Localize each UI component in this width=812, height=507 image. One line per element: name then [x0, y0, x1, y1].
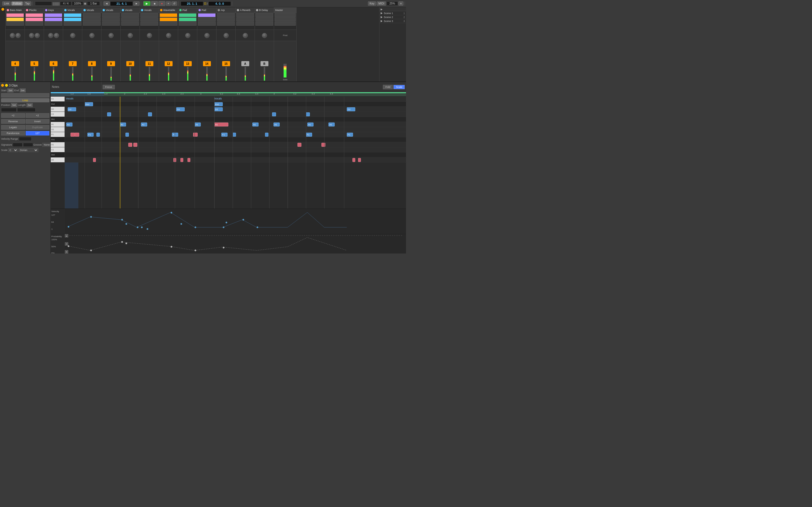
send-b-knob[interactable] — [54, 33, 59, 38]
grid-row-C2[interactable] — [65, 112, 406, 117]
key-A0[interactable]: A0 — [51, 158, 64, 163]
duplicate-button[interactable]: Duplicate — [26, 125, 50, 129]
note-F1-10[interactable] — [265, 133, 268, 136]
clip-slot[interactable] — [255, 22, 273, 25]
clip-slot[interactable] — [140, 17, 158, 21]
key-Eb2[interactable]: Eb2 — [51, 102, 64, 107]
clip-slot[interactable] — [26, 17, 43, 21]
note-Eb2-2[interactable]: Eb2 — [214, 102, 223, 106]
scale-button[interactable]: Scale — [393, 85, 405, 89]
key-F2[interactable]: F2 — [51, 97, 64, 102]
sig-numerator[interactable]: 4 — [13, 143, 22, 147]
clip-slot[interactable] — [198, 22, 216, 25]
start-set-button[interactable]: Set — [7, 89, 13, 93]
clip-name-field[interactable]: F1-A1 — [1, 93, 49, 98]
clip-slot[interactable] — [236, 22, 254, 25]
clip-slot[interactable] — [236, 13, 254, 17]
key-A1[interactable]: A1 — [51, 122, 64, 127]
key-C2[interactable]: C2 — [51, 112, 64, 117]
scene-item-1[interactable]: Scene 1 1 — [379, 11, 406, 15]
note-F1-1[interactable] — [70, 133, 75, 136]
grid-row-Eb1[interactable] — [65, 137, 406, 142]
stop-button[interactable]: ■ — [151, 1, 158, 6]
note-A1-9[interactable]: A1 — [328, 122, 335, 126]
note-A0-1[interactable] — [93, 158, 96, 162]
note-A1-3[interactable]: A1 — [141, 122, 147, 126]
clip-slot[interactable] — [274, 13, 296, 17]
grid-row-D2[interactable]: D2 D2 D2 D2 — [65, 107, 406, 112]
note-C2-4[interactable] — [306, 112, 310, 116]
clip-slot[interactable] — [140, 13, 158, 17]
clip-slot[interactable] — [121, 13, 139, 17]
reverse-button[interactable]: Reverse — [1, 119, 25, 124]
loop-button[interactable]: Loop — [1, 98, 49, 102]
send-a-knob[interactable] — [262, 33, 267, 38]
note-D1-1[interactable] — [128, 143, 132, 147]
key-Bb0[interactable]: Bb0 — [51, 152, 64, 158]
note-C2-2[interactable] — [148, 112, 152, 116]
sig-denominator[interactable]: 4 — [23, 143, 33, 147]
clip-slot[interactable] — [83, 22, 101, 25]
note-D2-2[interactable]: D2 — [176, 107, 185, 111]
clip-slot[interactable] — [255, 13, 273, 17]
send-a-knob[interactable] — [48, 33, 53, 38]
invert-button[interactable]: Invert — [26, 119, 50, 124]
velocity-grid[interactable] — [65, 209, 406, 234]
clip-slot[interactable] — [198, 13, 216, 17]
link-button[interactable]: Link — [2, 1, 11, 6]
len-set-button[interactable]: Set — [27, 103, 33, 107]
clip-slot[interactable] — [217, 17, 235, 21]
send-a-knob[interactable] — [223, 33, 229, 38]
clip-slot[interactable] — [102, 17, 120, 21]
grid-row-F1[interactable]: F1 F1 F1 F1 F1 — [65, 132, 406, 137]
note-A0-6[interactable] — [358, 158, 361, 162]
clip-slot[interactable] — [217, 13, 235, 17]
scale-root-select[interactable]: C — [8, 148, 18, 152]
note-A1-8[interactable]: A1 — [307, 122, 313, 126]
note-A0-3[interactable] — [181, 158, 183, 162]
send-a-knob[interactable] — [147, 33, 152, 38]
clip-slot[interactable] — [160, 17, 177, 21]
note-C2-1[interactable] — [107, 112, 111, 116]
key-F1[interactable]: F1 — [51, 132, 64, 137]
send-a-knob[interactable] — [128, 33, 133, 38]
clip-slot[interactable] — [6, 17, 24, 21]
grid-row-C1[interactable] — [65, 147, 406, 152]
grid-row-A1[interactable]: A1 A1 A1 A1 A1 A1 A1 A1 A1 — [65, 122, 406, 127]
clip-slot[interactable] — [160, 13, 177, 17]
transpose-plus2-button[interactable]: +2 — [1, 113, 25, 118]
vel-range-field[interactable]: -28 — [19, 137, 32, 141]
note-F1-4[interactable] — [96, 133, 100, 136]
scroll-up-arrow[interactable]: ▲ — [65, 234, 68, 237]
note-D2-1[interactable]: D2 — [68, 107, 76, 111]
grid-row-A0[interactable] — [65, 158, 406, 163]
legato-button[interactable]: Legato — [1, 125, 25, 129]
clip-slot[interactable] — [64, 22, 82, 25]
note-D2-4[interactable]: D2 — [347, 107, 355, 111]
send-a-knob[interactable] — [243, 33, 248, 38]
send-a-knob[interactable] — [89, 33, 94, 38]
transpose-times2-button[interactable]: ×2 — [26, 113, 50, 118]
key-C1[interactable]: C1 — [51, 147, 64, 152]
clip-slot[interactable] — [274, 17, 296, 21]
scene-item-3[interactable]: Scene 3 3 — [379, 19, 406, 23]
randomize-button[interactable]: Randomize — [1, 131, 25, 135]
focus-button[interactable]: Focus — [103, 85, 115, 89]
overdub-button[interactable]: + — [166, 1, 171, 6]
tap-button[interactable]: Tap — [23, 1, 31, 6]
grid-row-Eb2[interactable]: Eb2 Eb2 — [65, 102, 406, 107]
note-A1-1[interactable]: A1 — [66, 122, 72, 126]
note-A1-7[interactable]: A1 — [273, 122, 280, 126]
clip-slot[interactable] — [6, 13, 24, 17]
fold-button[interactable]: Fold — [383, 85, 393, 89]
note-A1-6[interactable]: A1 — [252, 122, 259, 126]
clip-slot[interactable] — [45, 17, 62, 21]
clip-slot[interactable] — [179, 17, 197, 21]
note-A0-4[interactable] — [188, 158, 190, 162]
clip-slot[interactable] — [45, 22, 62, 25]
scroll-mid-arrow[interactable]: ● — [65, 242, 68, 245]
clip-slot[interactable] — [121, 22, 139, 25]
note-D1-2[interactable] — [133, 143, 137, 147]
note-F1-11[interactable]: F1 — [306, 133, 312, 136]
nav-next[interactable]: ► — [133, 1, 140, 6]
